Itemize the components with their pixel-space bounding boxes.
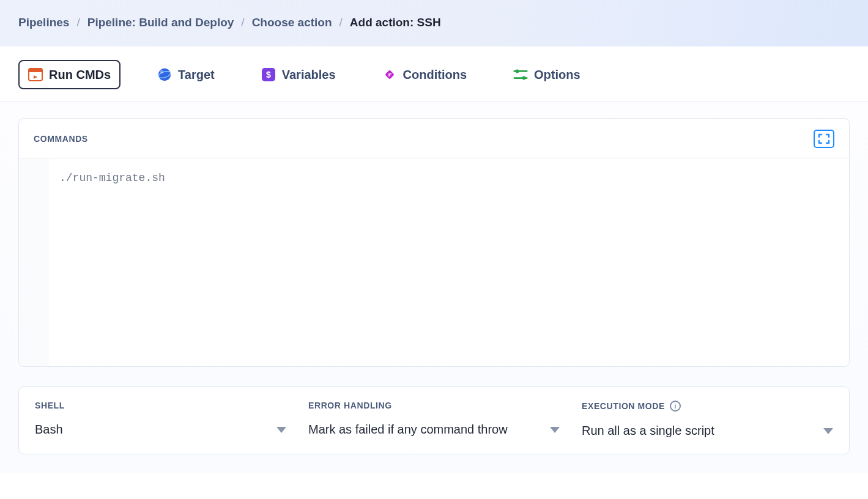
execution-mode-label: EXECUTION MODE i — [582, 401, 833, 412]
error-handling-select[interactable]: Mark as failed if any command throw — [308, 423, 560, 437]
svg-text:$: $ — [266, 70, 271, 79]
tab-label: Target — [178, 68, 215, 82]
tab-options[interactable]: Options — [503, 60, 590, 89]
breadcrumb-link-pipeline[interactable]: Pipeline: Build and Deploy — [87, 16, 234, 29]
shell-label: SHELL — [35, 401, 286, 410]
info-icon[interactable]: i — [670, 401, 681, 412]
tab-label: Run CMDs — [49, 68, 111, 82]
breadcrumb-current: Add action: SSH — [350, 16, 441, 29]
commands-panel: COMMANDS ./run-migrate.sh — [18, 118, 850, 367]
dollar-icon: $ — [261, 67, 276, 82]
svg-point-13 — [522, 76, 526, 80]
tab-variables[interactable]: $ Variables — [251, 60, 346, 89]
svg-point-11 — [516, 70, 519, 73]
tab-target[interactable]: Target — [147, 60, 224, 89]
tab-run-cmds[interactable]: Run CMDs — [18, 60, 121, 89]
chevron-down-icon — [550, 427, 560, 433]
breadcrumb-separator: / — [76, 16, 80, 29]
tab-label: Options — [534, 68, 581, 82]
code-editor[interactable]: ./run-migrate.sh — [19, 158, 849, 366]
svg-point-5 — [160, 70, 164, 74]
shell-value: Bash — [35, 423, 63, 437]
tab-label: Conditions — [403, 68, 467, 82]
expand-icon — [818, 133, 830, 144]
tabs-bar: Run CMDs Target $ Variables — [0, 46, 868, 102]
options-panel: SHELL Bash ERROR HANDLING Mark as failed… — [18, 386, 850, 454]
error-handling-value: Mark as failed if any command throw — [308, 423, 508, 437]
tab-label: Variables — [282, 68, 336, 82]
execution-mode-select[interactable]: Run all as a single script — [582, 424, 833, 438]
svg-rect-1 — [29, 68, 42, 72]
globe-icon — [157, 67, 172, 82]
sliders-icon — [513, 67, 528, 82]
commands-label: COMMANDS — [34, 134, 88, 144]
breadcrumb-separator: / — [241, 16, 244, 29]
svg-point-3 — [158, 68, 171, 81]
diamond-icon: IF — [382, 67, 397, 82]
execution-mode-value: Run all as a single script — [582, 424, 714, 438]
breadcrumb: Pipelines / Pipeline: Build and Deploy /… — [18, 16, 850, 29]
shell-select[interactable]: Bash — [35, 423, 286, 437]
editor-content[interactable]: ./run-migrate.sh — [48, 158, 849, 366]
breadcrumb-link-pipelines[interactable]: Pipelines — [18, 16, 69, 29]
breadcrumb-link-choose-action[interactable]: Choose action — [252, 16, 332, 29]
tab-conditions[interactable]: IF Conditions — [373, 60, 477, 89]
page-header: Pipelines / Pipeline: Build and Deploy /… — [0, 0, 868, 46]
error-handling-label: ERROR HANDLING — [308, 401, 560, 410]
error-handling-field: ERROR HANDLING Mark as failed if any com… — [308, 401, 560, 438]
editor-gutter — [19, 158, 48, 366]
chevron-down-icon — [823, 428, 833, 434]
terminal-icon — [28, 67, 43, 82]
svg-text:IF: IF — [387, 72, 391, 78]
content-area: COMMANDS ./run-migrate.sh SHELL Bash ERR… — [0, 102, 868, 473]
breadcrumb-separator: / — [339, 16, 343, 29]
shell-field: SHELL Bash — [35, 401, 286, 438]
expand-editor-button[interactable] — [814, 130, 834, 148]
execution-mode-field: EXECUTION MODE i Run all as a single scr… — [582, 401, 833, 438]
chevron-down-icon — [276, 427, 286, 433]
